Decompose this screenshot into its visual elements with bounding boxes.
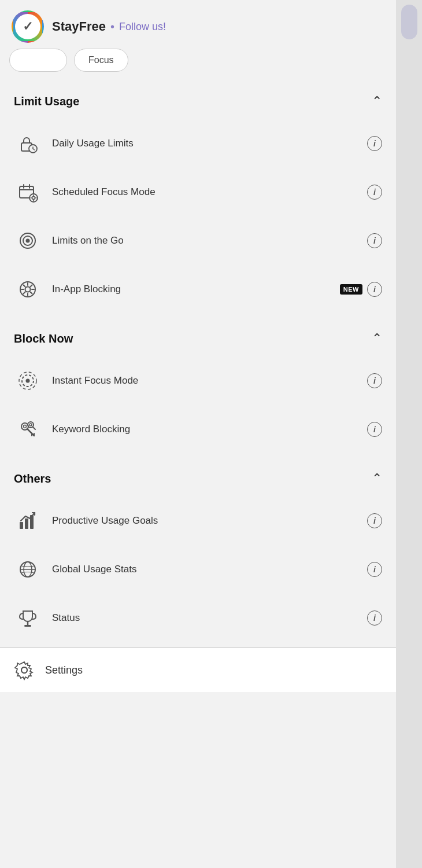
section-limit-usage-title: Limit Usage	[14, 95, 79, 108]
svg-point-29	[24, 425, 27, 428]
svg-rect-36	[20, 522, 23, 529]
status-label: Status	[52, 612, 362, 624]
globe-icon	[14, 556, 42, 583]
productive-usage-goals-label: Productive Usage Goals	[52, 515, 362, 527]
tab-focus[interactable]: Focus	[74, 49, 128, 72]
broadcast-icon	[14, 227, 42, 255]
svg-line-22	[31, 292, 32, 294]
menu-item-productive-usage-goals[interactable]: Productive Usage Goals i	[0, 496, 396, 545]
svg-line-21	[24, 285, 25, 287]
logo-check-icon: ✓	[23, 19, 33, 34]
section-block-now: Block Now ⌃ Instant Focus Mode	[0, 318, 396, 458]
svg-line-35	[33, 427, 36, 430]
instant-focus-mode-label: Instant Focus Mode	[52, 375, 362, 387]
target-dashed-icon	[14, 367, 42, 395]
svg-point-45	[21, 667, 27, 673]
svg-rect-43	[24, 625, 31, 627]
menu-item-in-app-blocking[interactable]: In-App Blocking NEW i	[0, 265, 396, 314]
scrollbar-thumb[interactable]	[401, 5, 417, 39]
svg-line-24	[24, 292, 25, 294]
menu-item-instant-focus-mode[interactable]: Instant Focus Mode i	[0, 356, 396, 405]
gear-circle-icon	[14, 275, 42, 303]
block-now-chevron-up-icon: ⌃	[372, 331, 382, 346]
new-badge: NEW	[340, 284, 362, 295]
svg-point-14	[26, 239, 30, 243]
settings-row[interactable]: Settings	[0, 648, 396, 692]
scheduled-focus-mode-info[interactable]: i	[367, 185, 382, 200]
chevron-up-icon: ⌃	[372, 94, 382, 109]
header-separator: •	[110, 20, 114, 34]
in-app-blocking-info[interactable]: i	[367, 282, 382, 297]
settings-label-text: Settings	[45, 664, 83, 676]
menu-item-limits-on-the-go[interactable]: Limits on the Go i	[0, 216, 396, 265]
tab-unnamed[interactable]	[9, 49, 67, 72]
section-others: Others ⌃	[0, 458, 396, 647]
svg-line-30	[27, 429, 34, 436]
status-info[interactable]: i	[367, 610, 382, 626]
app-header: ✓ StayFree • Follow us!	[0, 0, 396, 49]
menu-item-daily-usage-limits[interactable]: Daily Usage Limits i	[0, 119, 396, 168]
svg-rect-37	[25, 518, 28, 529]
section-others-header[interactable]: Others ⌃	[0, 458, 396, 496]
productive-usage-goals-info[interactable]: i	[367, 513, 382, 528]
global-usage-stats-label: Global Usage Stats	[52, 564, 362, 575]
global-usage-stats-info[interactable]: i	[367, 562, 382, 577]
daily-usage-limits-info[interactable]: i	[367, 136, 382, 151]
svg-point-34	[29, 424, 32, 426]
section-limit-usage-header[interactable]: Limit Usage ⌃	[0, 81, 396, 119]
section-others-title: Others	[14, 472, 51, 486]
limits-on-the-go-label: Limits on the Go	[52, 235, 362, 247]
calendar-settings-icon	[14, 178, 42, 206]
section-limit-usage: Limit Usage ⌃	[0, 81, 396, 318]
in-app-blocking-label: In-App Blocking	[52, 284, 335, 295]
svg-point-25	[26, 379, 30, 383]
section-block-now-title: Block Now	[14, 332, 73, 345]
menu-item-global-usage-stats[interactable]: Global Usage Stats i	[0, 545, 396, 594]
key-icon	[14, 415, 42, 443]
section-block-now-header[interactable]: Block Now ⌃	[0, 318, 396, 356]
section-others-content: Productive Usage Goals i	[0, 496, 396, 647]
menu-item-keyword-blocking[interactable]: Keyword Blocking i	[0, 405, 396, 454]
keyword-blocking-label: Keyword Blocking	[52, 424, 362, 435]
svg-line-23	[31, 285, 32, 287]
section-block-now-content: Instant Focus Mode i	[0, 356, 396, 458]
keyword-blocking-info[interactable]: i	[367, 422, 382, 437]
trophy-icon	[14, 604, 42, 632]
svg-point-16	[25, 287, 31, 292]
settings-gear-icon	[14, 660, 35, 681]
chart-up-icon	[14, 507, 42, 535]
tab-row: Focus	[0, 49, 396, 81]
menu-item-scheduled-focus-mode[interactable]: Scheduled Focus Mode i	[0, 168, 396, 216]
lock-clock-icon	[14, 130, 42, 157]
scheduled-focus-mode-label: Scheduled Focus Mode	[52, 186, 362, 198]
app-logo: ✓	[12, 10, 44, 43]
section-limit-usage-content: Daily Usage Limits i	[0, 119, 396, 318]
follow-us-link[interactable]: Follow us!	[119, 21, 166, 33]
daily-usage-limits-label: Daily Usage Limits	[52, 138, 362, 149]
limits-on-the-go-info[interactable]: i	[367, 233, 382, 248]
others-chevron-up-icon: ⌃	[372, 471, 382, 486]
scrollbar[interactable]	[396, 0, 422, 868]
instant-focus-mode-info[interactable]: i	[367, 373, 382, 388]
app-title: StayFree	[52, 19, 106, 34]
menu-item-status[interactable]: Status i	[0, 594, 396, 642]
